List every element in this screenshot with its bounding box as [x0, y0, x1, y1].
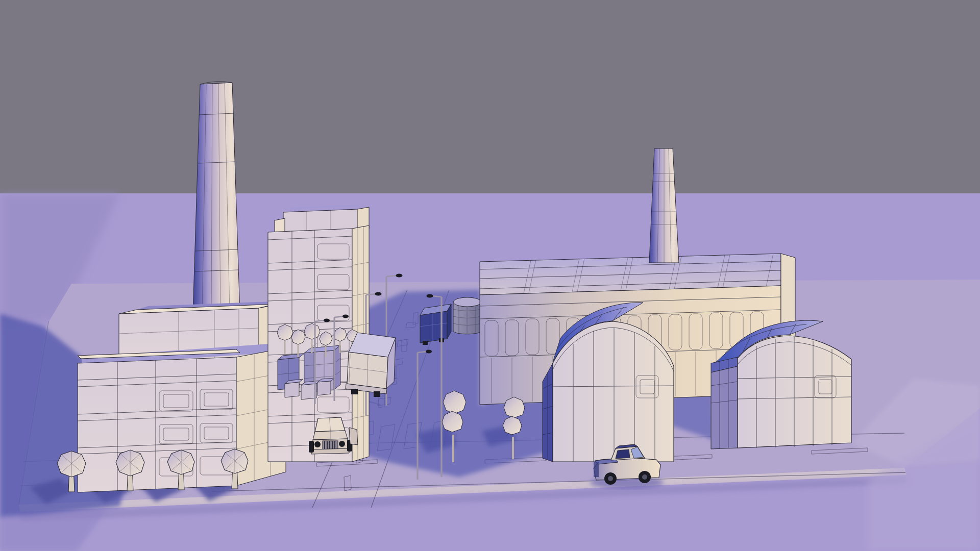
van-side: [420, 311, 447, 343]
lowpoly-city-render: [0, 0, 980, 551]
jeep-bumper: [311, 448, 349, 454]
truck-wheel-left: [351, 389, 358, 394]
sedan-side-window: [616, 449, 630, 459]
dark-van: [420, 304, 451, 345]
jeep-wheel-left: [309, 441, 314, 453]
truck-wheel-right: [374, 391, 380, 397]
tank-top: [453, 297, 481, 307]
water-tank: [453, 297, 481, 334]
jeep-headlight-right: [339, 441, 345, 447]
sky: [0, 0, 980, 194]
smokestack-body: [193, 83, 240, 314]
sedan-rear-face: [594, 462, 599, 477]
jeep-spare-gear: [349, 428, 358, 445]
lower-front-face: [78, 357, 236, 492]
jeep-headlight-left: [314, 441, 321, 447]
wh1-front-face: [553, 321, 674, 462]
wh2-side-face: [711, 366, 738, 449]
left-smokestack: [193, 82, 240, 314]
van-wheel-rear: [423, 341, 428, 345]
box-truck: [346, 333, 396, 397]
render-viewport: [0, 0, 980, 551]
